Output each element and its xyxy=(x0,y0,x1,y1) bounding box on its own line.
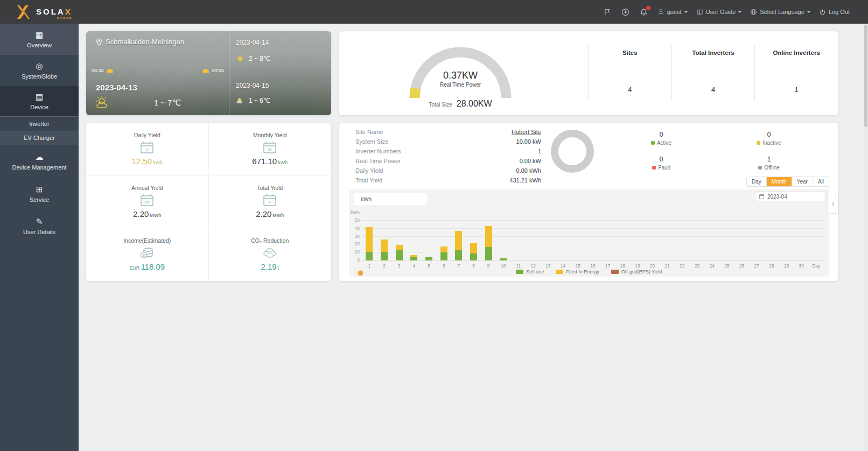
weather-divider xyxy=(229,31,229,115)
download-icon[interactable] xyxy=(621,7,631,17)
power-icon xyxy=(819,9,826,16)
brand-text: SOLAX xyxy=(36,8,72,16)
x-tick: 14 xyxy=(556,263,571,269)
bar-day-6 xyxy=(436,246,451,260)
calendar-icon xyxy=(759,194,764,199)
co2-reduction-cell: CO₂ Reduction CO₂ 2.19t xyxy=(209,228,332,281)
site-detail-card: Site NameHubert Site System Size10.00 kW… xyxy=(339,123,838,281)
legend-item[interactable]: Off-grid(EPS) Yield xyxy=(611,269,662,274)
y-tick: 10 xyxy=(349,249,360,255)
scrollbar-thumb[interactable] xyxy=(864,25,867,127)
tab-day[interactable]: Day xyxy=(747,177,766,186)
stat-sites: Sites 4 xyxy=(588,45,671,101)
forecast-date: 2023-04-14 xyxy=(236,39,269,46)
scrollbar[interactable] xyxy=(864,24,868,451)
device-icon: ▤ xyxy=(36,93,43,101)
sidebar-subitem-inverter[interactable]: Inverter xyxy=(0,117,79,131)
chart-bars xyxy=(362,201,824,260)
carousel-dot[interactable] xyxy=(358,270,363,276)
forecast-temp: 2 ~ 8℃ xyxy=(249,55,271,62)
language-menu[interactable]: Select Language xyxy=(750,9,810,16)
calendar-month-icon: 31 xyxy=(262,140,278,154)
chart-xlabels: 1234567891011121314151617181920212223242… xyxy=(362,263,824,269)
calendar-day-icon: 1 xyxy=(139,140,155,154)
announcement-icon[interactable] xyxy=(603,7,612,17)
user-details-icon: ✎ xyxy=(36,217,43,226)
system-globe-icon: ◎ xyxy=(36,62,43,70)
language-label: Select Language xyxy=(760,9,804,15)
sidebar-item-service[interactable]: ⊞ Service xyxy=(0,178,79,209)
logout-button[interactable]: Log Out xyxy=(819,9,850,16)
user-menu[interactable]: guest xyxy=(657,9,688,16)
bar-day-10 xyxy=(496,258,511,260)
sun-cloud-icon xyxy=(236,97,244,104)
svg-text:365: 365 xyxy=(144,200,150,204)
sunrise-icon xyxy=(107,69,113,73)
x-tick: 22 xyxy=(675,263,690,269)
offline-dot xyxy=(758,166,762,170)
chevron-down-icon xyxy=(807,11,810,15)
income-cell: Income(Estimated) $ EUR118.09 xyxy=(86,228,209,281)
inactive-dot xyxy=(757,141,760,145)
yield-chart: kWh 2023-04 0 10 20 30 40 50 kWh 1234567… xyxy=(349,189,829,277)
partly-cloudy-icon xyxy=(95,96,113,110)
chart-date-picker[interactable]: 2023-04 xyxy=(755,192,826,201)
real-time-power-value: 0.37KW xyxy=(401,70,520,81)
notification-bell-icon[interactable] xyxy=(639,7,649,17)
x-tick: 1 xyxy=(362,263,377,269)
x-tick: 8 xyxy=(466,263,481,269)
site-row: Total Yield431.21 kWh xyxy=(355,175,541,185)
weather-forecast: 2023-04-14 2 ~ 8℃ 2023-04-15 1 ~ 6℃ xyxy=(236,31,331,115)
y-tick: 20 xyxy=(349,241,360,246)
legend-item[interactable]: Self-use xyxy=(516,269,544,274)
x-tick: 24 xyxy=(704,263,719,269)
x-tick: 10 xyxy=(496,263,511,269)
y-tick: 50 xyxy=(349,217,360,223)
annual-yield-cell: Annual Yield 365 2.20MWh xyxy=(86,175,209,228)
tab-year[interactable]: Year xyxy=(792,177,813,186)
legend-item[interactable]: Feed In Energy xyxy=(556,269,599,274)
x-tick: 17 xyxy=(600,263,615,269)
stat-online-inverters: Online Inverters 1 xyxy=(754,45,838,101)
x-tick: 23 xyxy=(690,263,705,269)
status-active: 0 Active xyxy=(607,126,715,151)
carousel-next-arrow[interactable]: › xyxy=(828,194,838,213)
real-time-power-gauge: 0.37KW Real Time Power xyxy=(401,39,520,104)
sidebar-item-device-management[interactable]: ☁ Device Management xyxy=(0,145,79,178)
x-tick: 3 xyxy=(391,263,407,269)
svg-text:31: 31 xyxy=(268,147,272,151)
device-management-icon: ☁ xyxy=(36,153,44,161)
x-tick: 30 xyxy=(794,263,809,269)
yield-summary-card: Daily Yield 1 12.50kWh Monthly Yield 31 … xyxy=(86,123,331,281)
sidebar-item-device[interactable]: ▤ Device xyxy=(0,86,79,117)
chart-date-value: 2023-04 xyxy=(767,194,787,200)
fault-dot xyxy=(652,166,656,170)
y-axis-unit: kWh xyxy=(349,210,360,215)
tab-all[interactable]: All xyxy=(813,177,829,186)
sidebar-subitem-ev-charger[interactable]: EV Charger xyxy=(0,131,79,145)
calendar-year-icon: 365 xyxy=(139,193,155,207)
brand-subtext: POWER xyxy=(57,17,72,20)
sidebar-item-user-details[interactable]: ✎ User Details xyxy=(0,209,79,243)
real-time-power-label: Real Time Power xyxy=(401,82,520,88)
total-size-label: Total Size xyxy=(429,102,452,108)
x-tick: 25 xyxy=(719,263,734,269)
x-tick: 5 xyxy=(422,263,437,269)
x-tick: 12 xyxy=(526,263,541,269)
sunset-time: 20:05 xyxy=(212,68,224,73)
sidebar-item-overview[interactable]: ▦ Overview xyxy=(0,24,79,55)
site-row: System Size10.00 kW xyxy=(355,137,541,146)
user-guide-menu[interactable]: User Guide xyxy=(696,9,742,16)
site-name-link[interactable]: Hubert Site xyxy=(512,129,541,135)
bar-day-7 xyxy=(451,231,466,260)
user-name: guest xyxy=(667,9,682,15)
tab-month[interactable]: Month xyxy=(766,177,792,186)
solax-x-icon xyxy=(15,4,31,20)
bar-day-3 xyxy=(391,245,407,260)
bar-day-5 xyxy=(422,257,437,260)
sidebar-item-systemglobe[interactable]: ◎ SystemGlobe xyxy=(0,55,79,86)
active-dot xyxy=(651,141,655,145)
sidebar: ▦ Overview ◎ SystemGlobe ▤ Device Invert… xyxy=(0,24,79,451)
legend-swatch xyxy=(611,270,619,274)
inverter-status-donut xyxy=(550,129,594,173)
